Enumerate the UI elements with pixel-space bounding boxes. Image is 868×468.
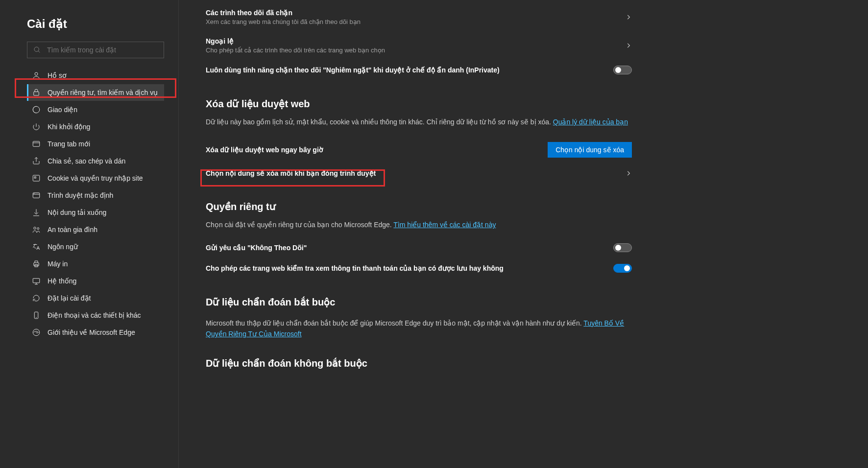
chevron-right-icon (625, 14, 632, 21)
row-title: Luôn dùng tính năng chặn theo dõi "Nghiê… (206, 66, 613, 74)
svg-rect-18 (33, 279, 40, 283)
row-title: Chọn nội dung sẽ xóa mỗi khi bạn đóng tr… (206, 169, 376, 177)
sidebar-item-privacy[interactable]: Quyền riêng tư, tìm kiếm và dịch vụ (27, 84, 164, 101)
sidebar-item-label: Chia sẻ, sao chép và dán (48, 157, 125, 165)
sidebar-item-label: Đặt lại cài đặt (48, 294, 91, 302)
search-box[interactable] (27, 42, 164, 58)
search-icon (33, 46, 41, 54)
row-strict-inprivate: Luôn dùng tính năng chặn theo dõi "Nghiê… (206, 60, 632, 80)
row-subtitle: Cho phép tất cả các trình theo dõi trên … (206, 47, 625, 54)
sidebar-item-phone[interactable]: Điện thoại và các thiết bị khác (27, 307, 164, 324)
row-title: Cho phép các trang web kiểm tra xem thôn… (206, 264, 504, 272)
sidebar-item-label: Giới thiệu về Microsoft Edge (48, 328, 135, 336)
sidebar-item-default-browser[interactable]: Trình duyệt mặc định (27, 187, 164, 204)
sidebar-item-label: Giao diện (48, 106, 77, 114)
system-icon (32, 277, 41, 285)
sidebar-item-about[interactable]: Giới thiệu về Microsoft Edge (27, 324, 164, 341)
toggle-strict-inprivate[interactable] (613, 66, 632, 74)
svg-point-0 (34, 47, 39, 51)
appearance-icon (32, 105, 41, 114)
phone-icon (32, 311, 41, 320)
sidebar-item-printer[interactable]: Máy in (27, 256, 164, 272)
sidebar-item-share[interactable]: Chia sẻ, sao chép và dán (27, 153, 164, 169)
learn-more-link[interactable]: Tìm hiểu thêm về các cài đặt này (393, 221, 496, 229)
row-clear-on-close[interactable]: Chọn nội dung sẽ xóa mỗi khi bạn đóng tr… (206, 164, 632, 183)
chevron-right-icon (625, 42, 632, 49)
settings-sidebar: Cài đặt Hồ sơ Quyền riêng tư, tìm kiếm v… (0, 0, 179, 468)
sidebar-item-label: Cookie và quyền truy nhập site (48, 174, 143, 182)
svg-line-1 (38, 51, 40, 52)
manage-data-link[interactable]: Quản lý dữ liệu của bạn (553, 118, 628, 126)
download-icon (32, 208, 41, 217)
sidebar-item-system[interactable]: Hệ thống (27, 273, 164, 289)
family-icon (32, 225, 41, 234)
sidebar-item-appearance[interactable]: Giao diện (27, 101, 164, 118)
toggle-payment-check[interactable] (613, 264, 632, 273)
row-subtitle: Xem các trang web mà chúng tôi đã chặn t… (206, 18, 625, 25)
sidebar-item-label: Quyền riêng tư, tìm kiếm và dịch vụ (48, 89, 158, 96)
svg-rect-8 (33, 175, 40, 181)
row-title: Gửi yêu cầu "Không Theo Dõi" (206, 244, 307, 252)
sidebar-item-label: Hệ thống (48, 277, 76, 285)
row-clear-now: Xóa dữ liệu duyệt web ngay bây giờ Chọn … (206, 136, 632, 164)
language-icon (32, 242, 41, 251)
sidebar-item-cookies[interactable]: Cookie và quyền truy nhập site (27, 170, 164, 187)
sidebar-item-label: Ngôn ngữ (48, 243, 78, 251)
svg-point-14 (34, 227, 36, 230)
newtab-icon (32, 140, 41, 148)
sidebar-item-onstartup[interactable]: Khi khởi động (27, 118, 164, 135)
section-diag-optional-title: Dữ liệu chẩn đoán không bắt buộc (206, 357, 839, 369)
sidebar-item-label: An toàn gia đình (48, 226, 97, 234)
reset-icon (32, 294, 41, 303)
section-privacy-title: Quyền riêng tư (206, 201, 839, 212)
row-dnt: Gửi yêu cầu "Không Theo Dõi" (206, 237, 632, 258)
printer-icon (32, 259, 41, 268)
sidebar-item-label: Trình duyệt mặc định (48, 191, 113, 199)
row-title: Xóa dữ liệu duyệt web ngay bây giờ (206, 146, 323, 154)
sidebar-item-label: Khi khởi động (48, 123, 90, 131)
section-diag-required-title: Dữ liệu chẩn đoán bắt buộc (206, 296, 839, 308)
svg-point-12 (34, 193, 34, 194)
sidebar-item-reset[interactable]: Đặt lại cài đặt (27, 290, 164, 306)
search-input[interactable] (47, 46, 158, 54)
main-content: Các trình theo dõi đã chặn Xem các trang… (179, 0, 868, 468)
sidebar-item-label: Nội dung tải xuống (48, 209, 106, 216)
section-diag-required-desc: Microsoft thu thập dữ liệu chẩn đoán bắt… (206, 318, 632, 340)
power-icon (32, 122, 41, 131)
svg-rect-16 (34, 263, 39, 266)
section-clear-data-title: Xóa dữ liệu duyệt web (206, 98, 839, 110)
section-privacy-desc: Chọn cài đặt về quyền riêng tư của bạn c… (206, 219, 632, 230)
sidebar-item-label: Máy in (48, 260, 68, 268)
toggle-dnt[interactable] (613, 243, 632, 252)
svg-rect-9 (34, 177, 36, 178)
browser-icon (32, 191, 41, 200)
sidebar-item-profile[interactable]: Hồ sơ (27, 67, 164, 84)
choose-clear-button[interactable]: Chọn nội dung sẽ xóa (548, 142, 632, 158)
svg-point-2 (35, 72, 38, 75)
cookies-icon (32, 174, 41, 183)
row-title: Các trình theo dõi đã chặn (206, 9, 625, 17)
svg-rect-3 (34, 92, 39, 96)
edge-icon (32, 328, 41, 337)
sidebar-item-language[interactable]: Ngôn ngữ (27, 238, 164, 255)
sidebar-item-newtab[interactable]: Trang tab mới (27, 136, 164, 152)
section-clear-data-desc: Dữ liệu này bao gồm lịch sử, mật khẩu, c… (206, 117, 632, 127)
chevron-right-icon (625, 170, 632, 177)
share-icon (32, 157, 41, 165)
row-blocked-trackers[interactable]: Các trình theo dõi đã chặn Xem các trang… (206, 3, 632, 31)
svg-rect-5 (33, 141, 40, 147)
sidebar-item-label: Hồ sơ (48, 71, 67, 79)
sidebar-title: Cài đặt (27, 17, 169, 31)
sidebar-item-family[interactable]: An toàn gia đình (27, 221, 164, 238)
sidebar-item-downloads[interactable]: Nội dung tải xuống (27, 204, 164, 221)
profile-icon (32, 71, 41, 80)
sidebar-item-label: Trang tab mới (48, 140, 90, 148)
row-title: Ngoại lệ (206, 37, 625, 45)
row-exceptions[interactable]: Ngoại lệ Cho phép tất cả các trình theo … (206, 31, 632, 60)
row-payment-check: Cho phép các trang web kiểm tra xem thôn… (206, 258, 632, 279)
svg-point-15 (37, 228, 39, 230)
lock-icon (32, 88, 41, 97)
sidebar-item-label: Điện thoại và các thiết bị khác (48, 311, 141, 319)
